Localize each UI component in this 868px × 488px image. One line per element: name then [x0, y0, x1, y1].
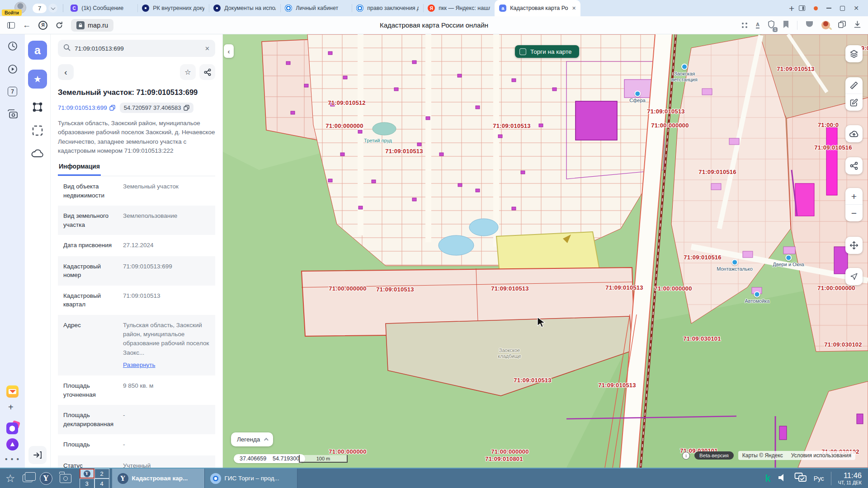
tab-information[interactable]: Информация: [58, 163, 101, 176]
layers-control[interactable]: [845, 45, 863, 62]
taskbar-star-icon[interactable]: ☆: [5, 472, 15, 485]
tab-counter[interactable]: 7: [33, 4, 57, 13]
map-poi[interactable]: Двери и Окна: [773, 254, 804, 267]
select-area-icon[interactable]: [33, 126, 42, 136]
workspace-cell[interactable]: 4: [94, 479, 109, 488]
close-button[interactable]: ✕: [854, 5, 859, 11]
cadastral-number-link[interactable]: 71:09:010513:699: [58, 104, 115, 111]
k-app-icon[interactable]: k: [765, 473, 770, 484]
search-input[interactable]: 71:09:010513:699 ✕: [58, 40, 215, 57]
coordinates-chip[interactable]: 54.720597 37.406583: [120, 103, 194, 113]
draw-polygon-icon[interactable]: [32, 101, 43, 113]
back-button[interactable]: ←: [23, 20, 31, 30]
browser-tab[interactable]: C (1k) Сообщение: [66, 0, 137, 16]
pan-control[interactable]: [845, 237, 863, 254]
browser-profile[interactable]: Войти: [2, 0, 30, 16]
browser-tab[interactable]: Я пкк — Яндекс: нашлось: [423, 0, 495, 16]
cloud-icon[interactable]: [31, 148, 44, 158]
app-logo[interactable]: a: [28, 41, 47, 60]
messenger-icon[interactable]: [6, 422, 18, 434]
torgi-checkbox[interactable]: [519, 48, 526, 55]
add-icon[interactable]: +: [8, 402, 14, 413]
locate-icon[interactable]: [845, 268, 863, 285]
sign-in-badge[interactable]: Войти: [2, 9, 22, 16]
share-icon[interactable]: [845, 158, 863, 174]
reader-mode-icon[interactable]: A: [756, 22, 760, 28]
edit-icon[interactable]: [845, 94, 863, 111]
info-icon[interactable]: i: [682, 452, 690, 460]
locate-control[interactable]: [845, 268, 863, 285]
more-icon[interactable]: ● ● ●: [0, 456, 25, 461]
browser-tab[interactable]: право заключения догов: [352, 0, 423, 16]
task-button[interactable]: Y Кадастровая кар...: [112, 469, 205, 488]
map-poi[interactable]: Заокское кладбище: [491, 347, 528, 359]
minimize-button[interactable]: [826, 8, 831, 9]
refresh-icon[interactable]: [55, 21, 63, 29]
panel-back-button[interactable]: ‹: [58, 64, 74, 80]
taskbar-folder-icon[interactable]: [60, 474, 71, 483]
panel-collapse-button[interactable]: ‹: [224, 44, 234, 58]
url-text[interactable]: map.ru: [88, 22, 108, 29]
browser-tab[interactable]: a Кадастровая карта Рос ✕: [495, 0, 580, 16]
favorites-star-button[interactable]: ★: [28, 70, 47, 89]
volume-icon[interactable]: [778, 473, 788, 484]
history-icon[interactable]: [7, 41, 18, 52]
clear-search-icon[interactable]: ✕: [205, 45, 210, 52]
map-canvas[interactable]: 71:09:071:09:01051371:09:01051271:00:000…: [223, 34, 868, 468]
tab-list-chevron[interactable]: [48, 4, 57, 13]
apps-grid-icon[interactable]: [741, 22, 748, 28]
task-button[interactable]: ГИС Торги – прод...: [205, 469, 297, 488]
upload-control[interactable]: [845, 125, 863, 142]
taskbar-windows-icon[interactable]: [23, 474, 33, 482]
download-icon[interactable]: [854, 21, 861, 30]
torgi-toggle-button[interactable]: Торги на карте: [515, 45, 579, 58]
legend-button[interactable]: Легенда: [231, 432, 273, 446]
maximize-button[interactable]: [840, 6, 845, 11]
pocket-save-icon[interactable]: [806, 21, 813, 29]
map-poi[interactable]: Заокская ветстанция: [666, 64, 703, 83]
sign-in-arrow-icon[interactable]: [28, 446, 47, 464]
protect-shield-icon[interactable]: 1: [768, 20, 775, 30]
browser-tab[interactable]: Личный кабинет: [280, 0, 352, 16]
taskbar-yandex-icon[interactable]: Y: [40, 472, 52, 485]
map-poi[interactable]: Монтажсталько: [717, 259, 753, 272]
address-bar[interactable]: map.ru: [71, 19, 113, 32]
alice-icon[interactable]: [6, 438, 19, 450]
clock[interactable]: 11:46 ЧТ, 11 ДЕК: [838, 471, 862, 485]
player-icon[interactable]: [7, 64, 18, 75]
cloud-upload-icon[interactable]: [845, 126, 863, 142]
new-tab-button[interactable]: +: [789, 4, 794, 13]
map-poi[interactable]: Сфера: [629, 90, 645, 103]
zoom-in-button[interactable]: +: [845, 188, 863, 205]
pan-icon[interactable]: [845, 237, 863, 254]
ruler-icon[interactable]: [845, 77, 863, 94]
browser-tab[interactable]: Документы на исполнен: [209, 0, 280, 16]
panel-window-icon[interactable]: [799, 5, 805, 11]
zoom-out-button[interactable]: −: [845, 205, 863, 221]
workspace-1-active[interactable]: Y: [80, 469, 94, 479]
workspace-cell[interactable]: 3: [80, 479, 94, 488]
bookmark-flag-icon[interactable]: [783, 21, 789, 30]
search-value[interactable]: 71:09:010513:699: [75, 45, 201, 52]
favorite-star-icon[interactable]: ☆: [180, 64, 196, 80]
screenshot-icon[interactable]: [7, 108, 19, 119]
lock-icon[interactable]: [76, 21, 85, 29]
language-indicator[interactable]: Рус: [814, 475, 824, 482]
yandex-icon[interactable]: Я: [38, 21, 47, 30]
expand-link[interactable]: Развернуть: [123, 361, 210, 370]
profile-edit-icon[interactable]: [821, 21, 830, 29]
tabs-sync-icon[interactable]: [838, 21, 846, 30]
workspace-cell[interactable]: 2: [94, 469, 109, 479]
tab-close-icon[interactable]: ✕: [572, 5, 576, 11]
terms-link[interactable]: Условия использования: [791, 452, 851, 459]
mail-icon[interactable]: [6, 385, 19, 398]
tab-count[interactable]: 7: [33, 4, 47, 13]
map-poi[interactable]: Третий пруд: [364, 138, 392, 144]
layers-icon[interactable]: [845, 46, 863, 62]
browser-tab[interactable]: РК внутренних докумен: [137, 0, 209, 16]
sidebar-toggle-icon[interactable]: [7, 22, 15, 28]
share-control[interactable]: [845, 157, 863, 174]
displays-icon[interactable]: [794, 472, 807, 485]
share-icon[interactable]: [199, 64, 215, 80]
map-poi[interactable]: Автомойка: [745, 291, 770, 304]
